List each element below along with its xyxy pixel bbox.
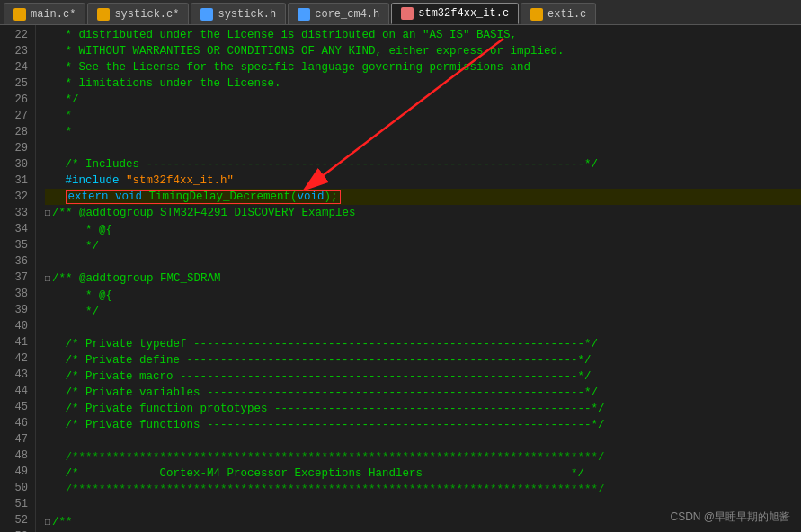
line-num-35: 35 xyxy=(0,237,28,253)
code-line-25: * limitations under the License. xyxy=(45,75,801,92)
line-num-29: 29 xyxy=(0,140,28,156)
exti-c-icon xyxy=(530,8,543,21)
code-line-50: /***************************************… xyxy=(45,482,801,498)
code-line-32: extern void TimingDelay_Decrement(void); xyxy=(45,189,801,205)
tab-main-c[interactable]: main.c* xyxy=(4,3,85,24)
code-content[interactable]: * distributed under the License is distr… xyxy=(36,25,801,532)
line-num-45: 45 xyxy=(0,399,28,415)
line-num-48: 48 xyxy=(0,448,28,464)
line-num-51: 51 xyxy=(0,496,28,512)
line-num-40: 40 xyxy=(0,318,28,334)
code-line-48: /***************************************… xyxy=(45,449,801,466)
line-num-31: 31 xyxy=(0,173,28,189)
code-line-44: /* Private variables -------------------… xyxy=(45,385,801,401)
exti-c-label: exti.c xyxy=(547,8,586,21)
code-line-29 xyxy=(45,140,801,156)
line-num-53: 53 xyxy=(0,528,28,532)
code-line-47 xyxy=(45,433,801,449)
line-num-50: 50 xyxy=(0,480,28,496)
code-line-42: /* Private define ----------------------… xyxy=(45,352,801,368)
code-line-49: /* Cortex-M4 Processor Exceptions Handle… xyxy=(45,466,801,482)
stm32f4xx-it-c-label: stm32f4xx_it.c xyxy=(418,7,509,20)
line-num-46: 46 xyxy=(0,415,28,431)
code-line-37: □/** @addtogroup FMC_SDRAM xyxy=(45,270,801,288)
line-num-52: 52 xyxy=(0,512,28,528)
code-line-33: □/** @addtogroup STM32F4291_DISCOVERY_Ex… xyxy=(45,205,801,222)
line-num-49: 49 xyxy=(0,464,28,480)
code-line-46: /* Private functions -------------------… xyxy=(45,417,801,433)
line-num-33: 33 xyxy=(0,205,28,221)
watermark: CSDN @早睡早期的旭酱 xyxy=(670,510,790,525)
line-num-42: 42 xyxy=(0,350,28,367)
code-line-31: #include "stm32f4xx_it.h" xyxy=(45,173,801,189)
code-line-36 xyxy=(45,254,801,270)
line-num-30: 30 xyxy=(0,156,28,173)
line-num-36: 36 xyxy=(0,253,28,270)
tab-systick-h[interactable]: systick.h xyxy=(191,3,286,24)
code-line-39: */ xyxy=(45,304,801,320)
code-line-27: * xyxy=(45,108,801,124)
line-num-32: 32 xyxy=(0,189,28,205)
core-cm4-h-icon xyxy=(298,8,310,21)
systick-h-icon xyxy=(200,8,213,21)
tab-core-cm4-h[interactable]: core_cm4.h xyxy=(288,3,389,24)
code-line-23: * WITHOUT WARRANTIES OR CONDITIONS OF AN… xyxy=(45,43,801,59)
core-cm4-h-label: core_cm4.h xyxy=(315,8,379,21)
line-num-44: 44 xyxy=(0,383,28,399)
line-num-43: 43 xyxy=(0,367,28,383)
systick-h-label: systick.h xyxy=(218,8,276,21)
code-line-35: */ xyxy=(45,238,801,254)
line-num-39: 39 xyxy=(0,302,28,318)
tab-stm32f4xx-it-c[interactable]: stm32f4xx_it.c xyxy=(391,3,519,24)
editor-window: main.c*systick.c*systick.hcore_cm4.hstm3… xyxy=(0,0,801,532)
code-line-24: * See the License for the specific langu… xyxy=(45,59,801,75)
code-line-43: /* Private macro -----------------------… xyxy=(45,368,801,385)
line-num-41: 41 xyxy=(0,334,28,350)
line-num-27: 27 xyxy=(0,108,28,124)
line-num-38: 38 xyxy=(0,286,28,302)
code-line-26: */ xyxy=(45,92,801,108)
systick-c-icon xyxy=(97,8,110,21)
code-line-45: /* Private function prototypes ---------… xyxy=(45,401,801,417)
line-num-37: 37 xyxy=(0,270,28,286)
line-numbers: 2223242526272829303132333435363738394041… xyxy=(0,25,36,532)
line-num-26: 26 xyxy=(0,92,28,108)
tab-bar: main.c*systick.c*systick.hcore_cm4.hstm3… xyxy=(0,0,801,25)
main-c-label: main.c* xyxy=(31,8,76,21)
line-num-23: 23 xyxy=(0,43,28,59)
line-num-34: 34 xyxy=(0,221,28,237)
code-line-40 xyxy=(45,320,801,336)
code-line-38: * @{ xyxy=(45,288,801,304)
line-num-47: 47 xyxy=(0,431,28,448)
code-line-30: /* Includes ----------------------------… xyxy=(45,156,801,173)
tab-exti-c[interactable]: exti.c xyxy=(521,3,596,24)
code-line-28: * xyxy=(45,124,801,140)
code-line-41: /* Private typedef ---------------------… xyxy=(45,336,801,352)
systick-c-label: systick.c* xyxy=(114,8,179,21)
line-num-25: 25 xyxy=(0,75,28,92)
line-num-24: 24 xyxy=(0,59,28,75)
line-num-22: 22 xyxy=(0,27,28,43)
main-c-icon xyxy=(13,8,26,21)
tab-systick-c[interactable]: systick.c* xyxy=(87,3,189,24)
stm32f4xx-it-c-icon xyxy=(401,7,414,20)
editor-area: 2223242526272829303132333435363738394041… xyxy=(0,25,801,532)
line-num-28: 28 xyxy=(0,124,28,140)
code-line-34: * @{ xyxy=(45,222,801,238)
code-line-22: * distributed under the License is distr… xyxy=(45,27,801,43)
